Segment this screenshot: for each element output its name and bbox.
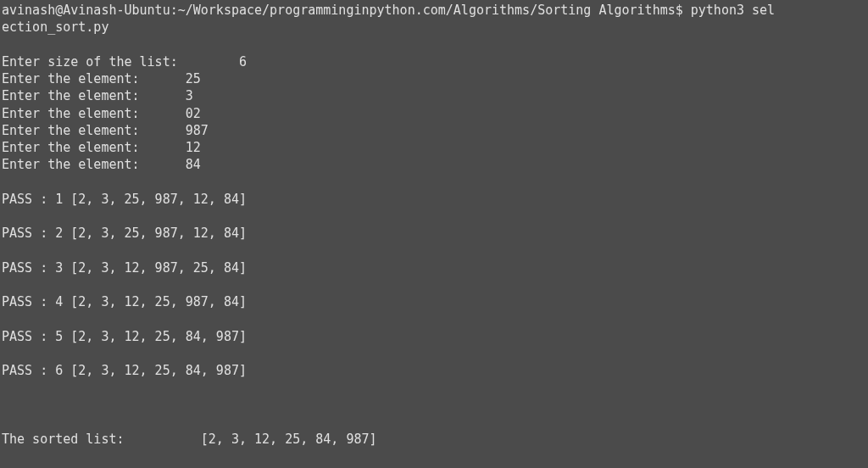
blank-line-10	[2, 414, 868, 431]
input-element-line: Enter the element: 3	[2, 87, 868, 104]
input-element-line: Enter the element: 12	[2, 139, 868, 156]
input-element-line: Enter the element: 84	[2, 156, 868, 173]
terminal-output[interactable]: avinash@Avinash-Ubuntu:~/Workspace/progr…	[2, 2, 868, 448]
prompt-line-1: avinash@Avinash-Ubuntu:~/Workspace/progr…	[2, 2, 868, 19]
blank-line-6	[2, 311, 868, 328]
blank-line-4	[2, 242, 868, 259]
pass-line: PASS : 2 [2, 3, 25, 987, 12, 84]	[2, 225, 868, 242]
blank-line-7	[2, 345, 868, 362]
pass-line: PASS : 6 [2, 3, 12, 25, 84, 987]	[2, 362, 868, 379]
prompt-sep1: :	[170, 3, 178, 18]
blank-line-1	[2, 36, 868, 53]
input-element-line: Enter the element: 987	[2, 122, 868, 139]
prompt-sep2: $	[676, 3, 691, 18]
blank-line-9	[2, 397, 868, 414]
blank-line-2	[2, 174, 868, 191]
pass-line: PASS : 3 [2, 3, 12, 987, 25, 84]	[2, 259, 868, 276]
input-size-line: Enter size of the list: 6	[2, 53, 868, 70]
input-element-line: Enter the element: 02	[2, 105, 868, 122]
blank-line-3	[2, 208, 868, 225]
command-part2: ection_sort.py	[2, 20, 108, 35]
prompt-path: ~/Workspace/programminginpython.com/Algo…	[178, 3, 676, 18]
result-line: The sorted list: [2, 3, 12, 25, 84, 987]	[2, 431, 868, 448]
command-part1: python3 sel	[691, 3, 775, 18]
prompt-line-2: ection_sort.py	[2, 19, 868, 36]
pass-line: PASS : 4 [2, 3, 12, 25, 987, 84]	[2, 293, 868, 310]
pass-line: PASS : 5 [2, 3, 12, 25, 84, 987]	[2, 328, 868, 345]
blank-line-5	[2, 276, 868, 293]
pass-line: PASS : 1 [2, 3, 25, 987, 12, 84]	[2, 191, 868, 208]
input-element-line: Enter the element: 25	[2, 70, 868, 87]
prompt-user-host: avinash@Avinash-Ubuntu	[2, 3, 170, 18]
blank-line-8	[2, 380, 868, 397]
